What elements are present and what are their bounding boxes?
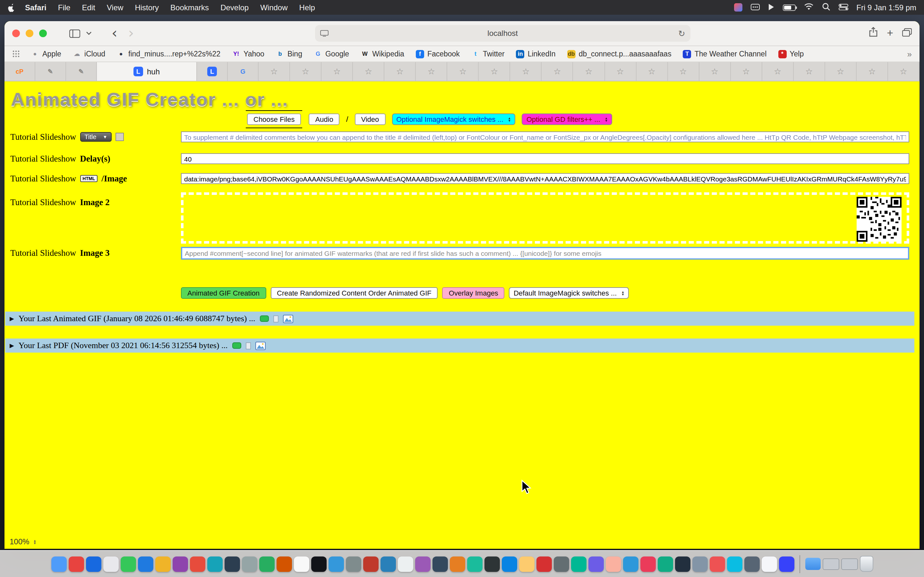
dock-app-icon[interactable] (467, 556, 482, 572)
dock-app-icon[interactable] (744, 556, 759, 572)
dock-app-icon[interactable] (155, 556, 170, 572)
delay-input[interactable] (181, 153, 909, 164)
play-icon[interactable] (768, 3, 774, 12)
dock-app-icon[interactable] (501, 556, 517, 572)
star-tab[interactable]: ☆ (321, 62, 353, 81)
video-button[interactable]: Video (355, 113, 385, 125)
randomized-gif-button[interactable]: Create Randomized Content Order Animated… (270, 287, 438, 299)
bookmark-item[interactable]: Y! Yahoo (226, 50, 270, 58)
open-gif-icon[interactable] (260, 316, 268, 322)
downloads-folder-icon[interactable] (805, 558, 821, 570)
menu-item[interactable]: Develop (215, 3, 254, 12)
zoom-control[interactable]: 100% ▲▼ (10, 537, 36, 546)
star-tab[interactable]: ☆ (668, 62, 699, 81)
bookmark-item[interactable]: ● find_minus....rep+%22s%22 (111, 50, 226, 58)
colour-swatch-input[interactable] (115, 133, 124, 141)
bookmark-item[interactable]: ● Apple (25, 50, 67, 58)
menu-item[interactable]: File (52, 3, 76, 12)
star-tab[interactable]: ☆ (794, 62, 825, 81)
dock-app-icon[interactable] (449, 556, 465, 572)
sidebar-toggle-icon[interactable] (69, 29, 80, 37)
dock-app-icon[interactable] (588, 556, 604, 572)
dock-app-icon[interactable] (120, 556, 136, 572)
bookmark-item[interactable]: ☁ iCloud (67, 50, 111, 58)
star-tab[interactable]: ☆ (605, 62, 636, 81)
dock-app-icon[interactable] (536, 556, 551, 572)
dock-app-icon[interactable] (606, 556, 621, 572)
app-color-icon[interactable] (734, 3, 742, 11)
star-tab[interactable]: ☆ (699, 62, 730, 81)
apple-menu-icon[interactable] (8, 3, 15, 12)
pinned-tab[interactable]: cP (5, 62, 35, 81)
gd-filters-select[interactable]: Optional GD filters++ ... ▲▼ (522, 113, 612, 125)
new-tab-button[interactable]: + (887, 27, 893, 40)
disclosure-triangle-icon[interactable]: ▶ (10, 342, 14, 349)
dock-app-icon[interactable] (86, 556, 101, 572)
details-bar[interactable]: ▶ Your Last Animated GIF (January 08 202… (5, 311, 914, 326)
dock-app-icon[interactable] (640, 556, 656, 572)
dock-app-icon[interactable] (761, 556, 777, 572)
menu-item[interactable]: Bookmarks (165, 3, 215, 12)
dock-app-icon[interactable] (259, 556, 274, 572)
active-tab[interactable]: L huh (97, 62, 197, 81)
trash-icon[interactable] (859, 556, 873, 572)
dock-app-icon[interactable] (709, 556, 725, 572)
chevron-down-icon[interactable] (86, 31, 92, 35)
dock-app-icon[interactable] (432, 556, 447, 572)
star-tab[interactable]: ☆ (825, 62, 857, 81)
star-tab[interactable]: ☆ (479, 62, 510, 81)
star-tab[interactable]: ☆ (542, 62, 573, 81)
dock-app-icon[interactable] (276, 556, 292, 572)
star-tab[interactable]: ☆ (384, 62, 416, 81)
default-imagemagick-select[interactable]: Default ImageMagick switches ... ▲▼ (509, 287, 629, 299)
star-tab[interactable]: ☆ (353, 62, 384, 81)
close-window-button[interactable] (12, 29, 20, 37)
bookmark-item[interactable]: W Wikipedia (355, 50, 410, 58)
star-tab[interactable]: ☆ (573, 62, 605, 81)
dock-app-icon[interactable] (328, 556, 344, 572)
dock-app-icon[interactable] (675, 556, 690, 572)
star-tab[interactable]: ☆ (888, 62, 919, 81)
bookmark-item[interactable]: T The Weather Channel (677, 50, 772, 58)
star-tab[interactable]: ☆ (762, 62, 794, 81)
bookmark-item[interactable]: f Facebook (410, 50, 465, 58)
dock-app-icon[interactable] (190, 556, 205, 572)
dock-app-icon[interactable] (224, 556, 240, 572)
battery-icon[interactable] (782, 4, 795, 11)
minimized-window-icon[interactable] (822, 558, 839, 570)
minimize-window-button[interactable] (26, 29, 33, 37)
file-input[interactable]: Choose Files (246, 110, 302, 128)
dock-app-icon[interactable] (484, 556, 499, 572)
menu-clock[interactable]: Fri 9 Jan 1:59 pm (856, 3, 916, 12)
minimized-window-icon[interactable] (841, 558, 858, 570)
title-select[interactable]: Title▼ (80, 132, 111, 142)
audio-button[interactable]: Audio (309, 113, 339, 125)
page-icon[interactable] (320, 30, 328, 37)
menu-item[interactable]: View (101, 3, 129, 12)
menu-app-name[interactable]: Safari (19, 3, 52, 12)
star-tab[interactable]: ☆ (290, 62, 321, 81)
pinned-tab[interactable]: ✎ (35, 62, 66, 81)
dock-app-icon[interactable] (727, 556, 742, 572)
title-config-input[interactable] (181, 131, 909, 142)
bookmark-item[interactable]: t Twitter (465, 50, 510, 58)
menu-item[interactable]: Window (254, 3, 293, 12)
address-bar[interactable]: localhost ↻ (315, 25, 690, 42)
open-gif-icon[interactable] (232, 342, 241, 349)
choose-files-button[interactable]: Choose Files (247, 113, 301, 125)
dock-app-icon[interactable] (242, 556, 257, 572)
star-tab[interactable]: ☆ (258, 62, 290, 81)
bookmark-item[interactable]: b Bing (270, 50, 308, 58)
display-icon[interactable] (750, 3, 759, 12)
watermark-comment-input[interactable] (181, 247, 909, 259)
dock-app-icon[interactable] (380, 556, 396, 572)
star-tab[interactable]: ☆ (510, 62, 542, 81)
pinned-tab[interactable]: ✎ (66, 62, 97, 81)
dock-app-icon[interactable] (311, 556, 326, 572)
dock-app-icon[interactable] (553, 556, 569, 572)
dock-app-icon[interactable] (103, 556, 118, 572)
dock-app-icon[interactable] (294, 556, 309, 572)
slideshow-icon[interactable] (283, 314, 293, 323)
small-file-icon[interactable] (246, 342, 251, 349)
bookmark-item[interactable]: * Yelp (772, 50, 809, 58)
